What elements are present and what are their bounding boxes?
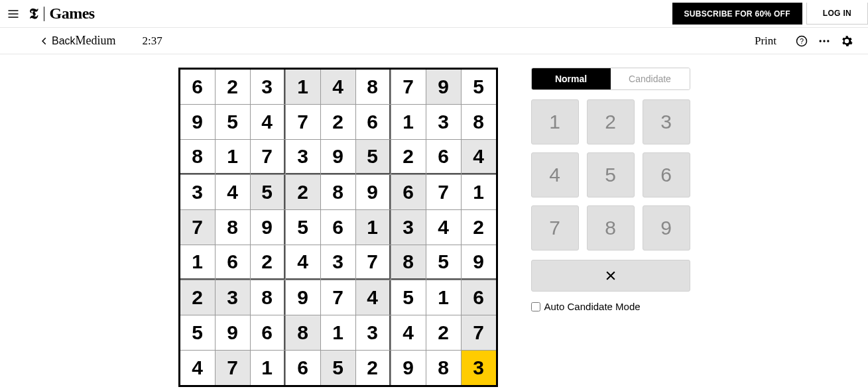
- cell-r8-c6[interactable]: 9: [391, 351, 426, 385]
- cell-r5-c4[interactable]: 3: [321, 245, 355, 280]
- cell-r4-c8[interactable]: 2: [462, 210, 496, 245]
- cell-r3-c5[interactable]: 9: [356, 175, 391, 209]
- erase-button[interactable]: [531, 260, 690, 292]
- keypad-2[interactable]: 2: [587, 99, 635, 144]
- cell-r7-c3[interactable]: 8: [286, 315, 320, 350]
- cell-r8-c8[interactable]: 3: [462, 351, 496, 385]
- cell-r8-c4[interactable]: 5: [321, 351, 355, 385]
- cell-r1-c6[interactable]: 1: [391, 105, 426, 139]
- cell-r5-c3[interactable]: 4: [286, 245, 320, 280]
- cell-r4-c1[interactable]: 8: [216, 210, 250, 245]
- keypad-5[interactable]: 5: [587, 152, 635, 197]
- cell-r1-c2[interactable]: 4: [251, 105, 285, 139]
- cell-r5-c8[interactable]: 9: [462, 245, 496, 280]
- cell-r4-c4[interactable]: 6: [321, 210, 355, 245]
- cell-r7-c4[interactable]: 1: [321, 315, 355, 350]
- cell-r2-c5[interactable]: 5: [356, 140, 391, 174]
- cell-r0-c8[interactable]: 5: [462, 70, 496, 104]
- print-button[interactable]: Print: [755, 34, 776, 48]
- cell-r0-c5[interactable]: 8: [356, 70, 391, 104]
- auto-candidate-toggle[interactable]: Auto Candidate Mode: [531, 301, 690, 312]
- cell-r8-c5[interactable]: 2: [356, 351, 391, 385]
- cell-r6-c0[interactable]: 2: [180, 280, 215, 315]
- cell-r6-c5[interactable]: 4: [356, 280, 391, 315]
- cell-r6-c7[interactable]: 1: [426, 280, 461, 315]
- cell-r5-c5[interactable]: 7: [356, 245, 391, 280]
- cell-r2-c3[interactable]: 3: [286, 140, 320, 174]
- cell-r1-c1[interactable]: 5: [216, 105, 250, 139]
- cell-r5-c0[interactable]: 1: [180, 245, 215, 280]
- cell-r8-c7[interactable]: 8: [426, 351, 461, 385]
- keypad-4[interactable]: 4: [531, 152, 579, 197]
- login-button[interactable]: LOG IN: [806, 3, 868, 25]
- cell-r0-c7[interactable]: 9: [426, 70, 461, 104]
- keypad-7[interactable]: 7: [531, 205, 579, 250]
- cell-r0-c6[interactable]: 7: [391, 70, 426, 104]
- more-button[interactable]: [816, 33, 832, 49]
- cell-r1-c3[interactable]: 7: [286, 105, 320, 139]
- back-button[interactable]: Back: [40, 35, 76, 47]
- cell-r3-c7[interactable]: 7: [426, 175, 461, 209]
- cell-r4-c3[interactable]: 5: [286, 210, 320, 245]
- cell-r7-c8[interactable]: 7: [462, 315, 496, 350]
- cell-r2-c6[interactable]: 2: [391, 140, 426, 174]
- cell-r7-c2[interactable]: 6: [251, 315, 285, 350]
- cell-r7-c7[interactable]: 2: [426, 315, 461, 350]
- cell-r0-c2[interactable]: 3: [251, 70, 285, 104]
- keypad-3[interactable]: 3: [643, 99, 690, 144]
- keypad-9[interactable]: 9: [643, 205, 690, 250]
- cell-r2-c7[interactable]: 6: [426, 140, 461, 174]
- auto-candidate-checkbox[interactable]: [531, 302, 540, 311]
- cell-r6-c6[interactable]: 5: [391, 280, 426, 315]
- cell-r1-c5[interactable]: 6: [356, 105, 391, 139]
- cell-r1-c4[interactable]: 2: [321, 105, 355, 139]
- hamburger-menu-button[interactable]: [0, 7, 27, 21]
- cell-r4-c6[interactable]: 3: [391, 210, 426, 245]
- cell-r6-c1[interactable]: 3: [216, 280, 250, 315]
- cell-r5-c1[interactable]: 6: [216, 245, 250, 280]
- mode-tab-normal[interactable]: Normal: [532, 68, 611, 89]
- cell-r2-c8[interactable]: 4: [462, 140, 496, 174]
- keypad-8[interactable]: 8: [587, 205, 635, 250]
- cell-r5-c7[interactable]: 5: [426, 245, 461, 280]
- cell-r0-c0[interactable]: 6: [180, 70, 215, 104]
- cell-r2-c4[interactable]: 9: [321, 140, 355, 174]
- keypad-6[interactable]: 6: [643, 152, 690, 197]
- cell-r1-c8[interactable]: 8: [462, 105, 496, 139]
- cell-r0-c1[interactable]: 2: [216, 70, 250, 104]
- cell-r3-c0[interactable]: 3: [180, 175, 215, 209]
- cell-r6-c2[interactable]: 8: [251, 280, 285, 315]
- cell-r5-c2[interactable]: 2: [251, 245, 285, 280]
- cell-r3-c3[interactable]: 2: [286, 175, 320, 209]
- cell-r6-c8[interactable]: 6: [462, 280, 496, 315]
- cell-r7-c1[interactable]: 9: [216, 315, 250, 350]
- cell-r3-c4[interactable]: 8: [321, 175, 355, 209]
- cell-r0-c4[interactable]: 4: [321, 70, 355, 104]
- cell-r8-c2[interactable]: 1: [251, 351, 285, 385]
- cell-r6-c4[interactable]: 7: [321, 280, 355, 315]
- cell-r7-c6[interactable]: 4: [391, 315, 426, 350]
- cell-r4-c2[interactable]: 9: [251, 210, 285, 245]
- cell-r3-c1[interactable]: 4: [216, 175, 250, 209]
- logo[interactable]: 𝕿 Games: [29, 5, 95, 23]
- cell-r7-c0[interactable]: 5: [180, 315, 215, 350]
- cell-r3-c6[interactable]: 6: [391, 175, 426, 209]
- cell-r8-c0[interactable]: 4: [180, 351, 215, 385]
- cell-r0-c3[interactable]: 1: [286, 70, 320, 104]
- help-button[interactable]: ?: [794, 33, 810, 49]
- cell-r4-c5[interactable]: 1: [356, 210, 391, 245]
- cell-r4-c7[interactable]: 4: [426, 210, 461, 245]
- cell-r6-c3[interactable]: 9: [286, 280, 320, 315]
- cell-r4-c0[interactable]: 7: [180, 210, 215, 245]
- mode-tab-candidate[interactable]: Candidate: [611, 68, 690, 89]
- cell-r3-c2[interactable]: 5: [251, 175, 285, 209]
- cell-r5-c6[interactable]: 8: [391, 245, 426, 280]
- cell-r8-c1[interactable]: 7: [216, 351, 250, 385]
- cell-r1-c0[interactable]: 9: [180, 105, 215, 139]
- subscribe-button[interactable]: SUBSCRIBE FOR 60% OFF: [672, 3, 802, 25]
- keypad-1[interactable]: 1: [531, 99, 579, 144]
- cell-r1-c7[interactable]: 3: [426, 105, 461, 139]
- cell-r3-c8[interactable]: 1: [462, 175, 496, 209]
- cell-r8-c3[interactable]: 6: [286, 351, 320, 385]
- cell-r2-c1[interactable]: 1: [216, 140, 250, 174]
